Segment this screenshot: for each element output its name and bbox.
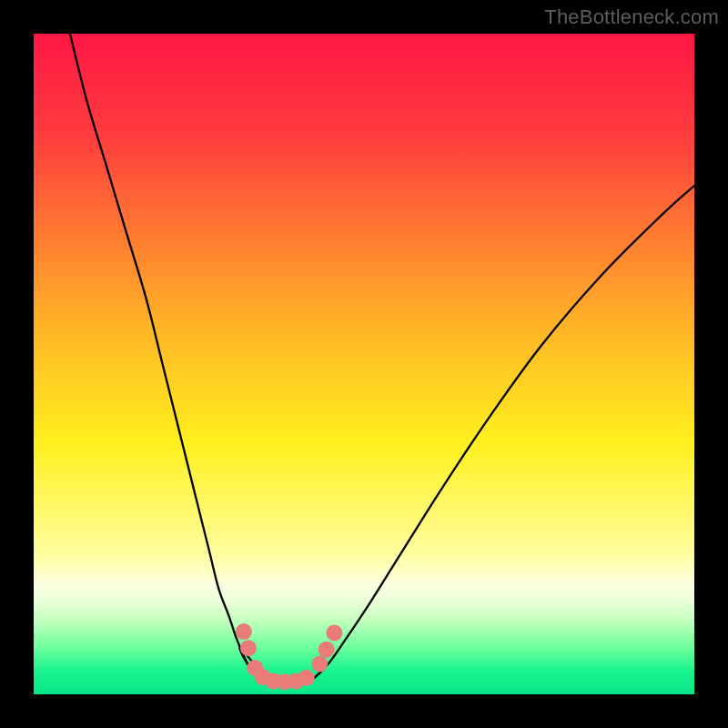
curve-layer: [34, 34, 694, 694]
watermark-text: TheBottleneck.com: [544, 5, 719, 29]
data-marker: [236, 623, 252, 640]
data-marker: [326, 624, 342, 641]
data-marker: [311, 656, 328, 672]
chart-frame: TheBottleneck.com: [0, 0, 728, 728]
bottleneck-curve: [70, 34, 694, 686]
data-marker: [318, 642, 335, 658]
data-marker: [240, 640, 257, 656]
plot-area: [34, 34, 694, 694]
data-marker: [298, 670, 315, 686]
